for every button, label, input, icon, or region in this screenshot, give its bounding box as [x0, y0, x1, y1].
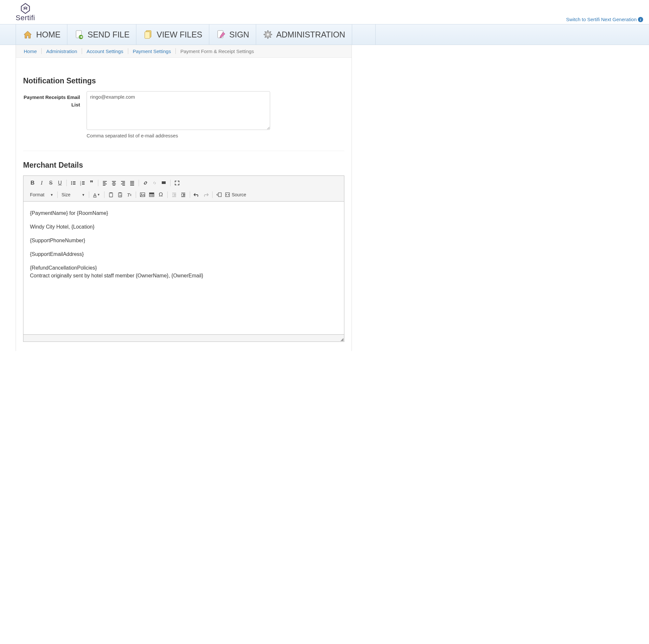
svg-text:3: 3 — [80, 184, 81, 186]
email-list-help: Comma separated list of e-mail addresses — [87, 133, 270, 138]
svg-rect-44 — [110, 192, 112, 193]
sign-icon — [216, 29, 226, 40]
svg-line-14 — [270, 32, 271, 33]
indent-button[interactable] — [179, 190, 188, 199]
merchant-details-heading: Merchant Details — [23, 161, 344, 170]
special-char-button[interactable]: Ω — [156, 190, 165, 199]
maximize-button[interactable] — [173, 178, 182, 188]
svg-rect-46 — [120, 192, 121, 193]
source-label: Source — [232, 192, 246, 197]
editor-statusbar[interactable] — [24, 334, 344, 341]
remove-format-button[interactable]: Tx — [125, 190, 134, 199]
link-button[interactable] — [141, 178, 150, 188]
svg-rect-64 — [218, 193, 221, 197]
align-center-button[interactable] — [110, 178, 119, 188]
svg-point-6 — [267, 33, 269, 36]
breadcrumb-administration[interactable]: Administration — [46, 48, 77, 54]
main-nav: HOME SEND FILE VIEW FILES SIGN ADMINISTR… — [0, 24, 649, 45]
send-file-icon — [74, 29, 84, 40]
rich-text-editor: B I S U 123 ❞ — [23, 175, 344, 342]
home-icon — [23, 29, 33, 40]
nav-label: ADMINISTRATION — [276, 30, 345, 39]
content-area: Home Administration Account Settings Pay… — [16, 45, 352, 351]
breadcrumb-account-settings[interactable]: Account Settings — [87, 48, 123, 54]
toolbar-row-1: B I S U 123 ❞ — [25, 178, 343, 190]
editor-toolbar: B I S U 123 ❞ — [24, 176, 344, 202]
undo-button[interactable] — [192, 190, 201, 199]
email-list-row: Payment Receipts Email List Comma separa… — [23, 91, 344, 138]
info-icon: i — [638, 17, 643, 22]
redo-button[interactable] — [201, 190, 210, 199]
outdent-button[interactable] — [170, 190, 179, 199]
gear-icon — [263, 29, 273, 40]
source-button[interactable]: Source — [224, 192, 247, 198]
logo: Sertifi — [16, 3, 35, 22]
nav-label: SEND FILE — [88, 30, 130, 39]
svg-text:W: W — [119, 194, 122, 197]
svg-point-49 — [141, 194, 142, 195]
breadcrumb: Home Administration Account Settings Pay… — [16, 45, 351, 57]
blockquote-button[interactable]: ❞ — [87, 178, 96, 188]
strikethrough-button[interactable]: S — [46, 178, 55, 188]
view-files-icon — [143, 29, 153, 40]
divider — [23, 151, 344, 151]
nav-home[interactable]: HOME — [16, 25, 68, 45]
nav-label: SIGN — [229, 30, 249, 39]
breadcrumb-payment-settings[interactable]: Payment Settings — [133, 48, 171, 54]
bullet-list-button[interactable] — [69, 178, 78, 188]
nav-label: HOME — [36, 30, 60, 39]
svg-point-16 — [71, 183, 72, 184]
nav-administration[interactable]: ADMINISTRATION — [256, 25, 352, 45]
anchor-button[interactable] — [159, 178, 168, 188]
sertifi-logo-icon — [19, 3, 31, 14]
svg-line-11 — [265, 32, 266, 33]
toolbar-row-2: Format▼ Size▼ A▼ W Tx Ω — [25, 190, 343, 201]
switch-link-text: Switch to Sertifi Next Generation — [566, 16, 637, 22]
svg-line-12 — [270, 37, 271, 38]
image-button[interactable] — [138, 190, 147, 199]
size-dropdown[interactable]: Size▼ — [59, 191, 87, 199]
align-right-button[interactable] — [119, 178, 128, 188]
switch-generation-link[interactable]: Switch to Sertifi Next Generation i — [566, 16, 643, 22]
notification-settings-heading: Notification Settings — [23, 77, 344, 85]
svg-line-13 — [265, 37, 266, 38]
align-left-button[interactable] — [100, 178, 110, 188]
svg-rect-3 — [145, 32, 150, 39]
brand-name: Sertifi — [16, 14, 35, 22]
breadcrumb-current: Payment Form & Receipt Settings — [180, 48, 254, 54]
table-button[interactable] — [147, 190, 156, 199]
settings-panel: Notification Settings Payment Receipts E… — [16, 57, 351, 351]
nav-view-files[interactable]: VIEW FILES — [136, 25, 209, 45]
svg-rect-55 — [149, 193, 154, 194]
svg-point-17 — [71, 184, 72, 185]
italic-button[interactable]: I — [37, 178, 46, 188]
bold-button[interactable]: B — [28, 178, 37, 188]
number-list-button[interactable]: 123 — [78, 178, 87, 188]
email-list-label: Payment Receipts Email List — [23, 91, 87, 109]
paste-button[interactable] — [106, 190, 116, 199]
text-color-button[interactable]: A▼ — [91, 190, 102, 199]
editor-body[interactable]: {PaymentName} for {RoomName}Windy City H… — [24, 202, 344, 334]
nav-spacer — [352, 25, 376, 45]
nav-sign[interactable]: SIGN — [209, 25, 256, 45]
breadcrumb-home[interactable]: Home — [24, 48, 37, 54]
paste-word-button[interactable]: W — [116, 190, 125, 199]
nav-send-file[interactable]: SEND FILE — [68, 25, 136, 45]
align-justify-button[interactable] — [128, 178, 137, 188]
show-blocks-button[interactable] — [215, 190, 224, 199]
nav-label: VIEW FILES — [157, 30, 202, 39]
underline-button[interactable]: U — [55, 178, 64, 188]
email-list-input[interactable] — [87, 91, 270, 130]
format-dropdown[interactable]: Format▼ — [28, 191, 55, 199]
unlink-button[interactable] — [150, 178, 159, 188]
svg-point-15 — [71, 182, 72, 182]
header-bar: Sertifi Switch to Sertifi Next Generatio… — [0, 0, 649, 24]
